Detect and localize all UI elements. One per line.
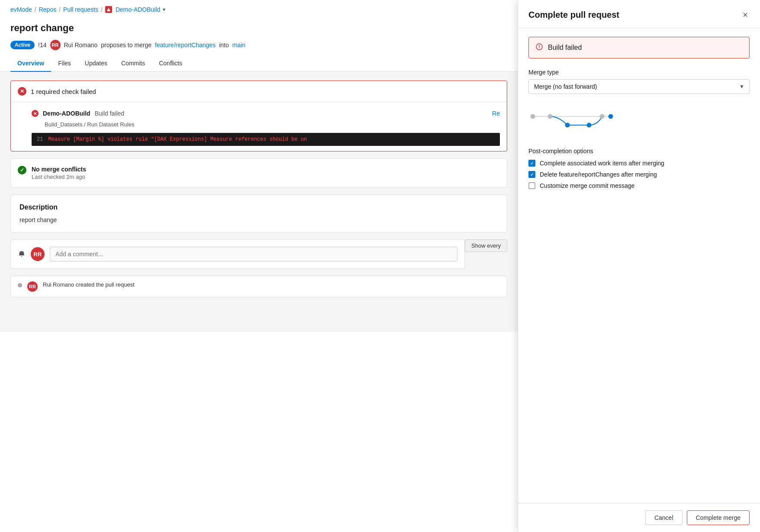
svg-point-8 xyxy=(565,123,570,127)
build-failed-label: Build failed xyxy=(548,44,582,52)
x-circle-icon: ✕ xyxy=(18,87,26,96)
no-conflicts-title: No merge conflicts xyxy=(32,166,86,173)
build-re-link[interactable]: Re xyxy=(492,110,500,117)
activity-row: RR Rui Romano created the pull request xyxy=(10,276,507,297)
svg-point-7 xyxy=(609,114,613,119)
comment-area: RR xyxy=(10,239,465,269)
modal-body: Build failed Merge type Merge (no fast f… xyxy=(518,28,760,503)
activity-text: Rui Romano created the pull request xyxy=(43,281,135,288)
merge-diagram xyxy=(528,104,750,137)
breadcrumb-chevron-icon: ▾ xyxy=(163,6,165,13)
svg-point-2 xyxy=(539,48,540,48)
modal-header: Complete pull request × xyxy=(518,0,760,28)
target-branch-link[interactable]: main xyxy=(232,42,245,48)
breadcrumb-sep-1: / xyxy=(35,6,36,13)
breadcrumb-adouild[interactable]: Demo-ADOBuild xyxy=(116,6,160,13)
svg-point-6 xyxy=(600,114,604,119)
checkbox-check-1: ✓ xyxy=(530,172,534,177)
checkbox-check-0: ✓ xyxy=(530,161,534,166)
tab-commits[interactable]: Commits xyxy=(114,55,152,72)
delete-branch-label: Delete feature/reportChanges after mergi… xyxy=(540,171,657,178)
pr-meta: Active !14 RR Rui Romano proposes to mer… xyxy=(0,37,518,55)
breadcrumb-repos[interactable]: Repos xyxy=(39,6,56,13)
activity-dot xyxy=(18,283,22,287)
repo-icon xyxy=(105,6,112,13)
description-text: report change xyxy=(19,216,498,223)
pr-into: into xyxy=(219,42,229,48)
build-name: Demo-ADOBuild xyxy=(43,110,90,117)
build-sub-label: Build_Datasets / Run Dataset Rules xyxy=(32,120,500,131)
build-x-icon: ✕ xyxy=(32,110,39,117)
svg-point-5 xyxy=(548,114,552,119)
page-title: report change xyxy=(0,19,518,37)
code-line-num: 21 xyxy=(37,136,43,142)
no-conflicts-box: ✓ No merge conflicts Last checked 2m ago xyxy=(10,158,507,187)
cancel-button[interactable]: Cancel xyxy=(645,510,683,525)
build-failed-icon xyxy=(536,43,543,52)
modal-title: Complete pull request xyxy=(528,10,619,20)
complete-merge-button[interactable]: Complete merge xyxy=(687,510,750,525)
modal-footer: Cancel Complete merge xyxy=(518,503,760,532)
build-detail: ✕ Demo-ADOBuild Build failed Re Build_Da… xyxy=(11,102,507,146)
tab-bar: Overview Files Updates Commits Conflicts xyxy=(0,55,518,72)
pr-proposes: proposes to merge xyxy=(101,42,151,48)
merge-type-label: Merge type xyxy=(528,69,750,76)
checkbox-row-0: ✓ Complete associated work items after m… xyxy=(528,160,750,167)
customize-commit-label: Customize merge commit message xyxy=(540,182,634,189)
author-avatar: RR xyxy=(50,40,61,50)
build-status-text: Build failed xyxy=(95,110,125,117)
post-completion: Post-completion options ✓ Complete assoc… xyxy=(528,148,750,189)
comment-author-avatar: RR xyxy=(31,247,45,261)
checkbox-row-2: Customize merge commit message xyxy=(528,182,750,189)
status-badge: Active xyxy=(10,41,35,49)
customize-commit-checkbox[interactable] xyxy=(528,182,535,189)
no-conflicts-subtitle: Last checked 2m ago xyxy=(32,174,86,180)
left-panel: evMode / Repos / Pull requests / Demo-AD… xyxy=(0,0,518,532)
build-row: ✕ Demo-ADOBuild Build failed Re xyxy=(32,106,500,120)
comment-input[interactable] xyxy=(50,247,457,261)
build-failed-alert: Build failed xyxy=(528,37,750,58)
breadcrumb: evMode / Repos / Pull requests / Demo-AD… xyxy=(0,0,518,19)
merge-type-select[interactable]: Merge (no fast forward) Squash commit Re… xyxy=(528,79,750,94)
notification-icon xyxy=(18,250,26,258)
check-failed-title: 1 required check failed xyxy=(31,88,96,95)
main-content: ✕ 1 required check failed ✕ Demo-ADOBuil… xyxy=(0,72,518,332)
breadcrumb-sep-2: / xyxy=(59,6,61,13)
description-section: Description report change xyxy=(10,194,507,232)
post-completion-title: Post-completion options xyxy=(528,148,750,155)
tab-updates[interactable]: Updates xyxy=(78,55,114,72)
source-branch-link[interactable]: feature/reportChanges xyxy=(155,42,216,48)
code-error-block: 21Measure [Margin %] violates rule "[DAX… xyxy=(32,133,500,146)
pr-author: Rui Romano xyxy=(64,42,98,48)
complete-work-items-checkbox[interactable]: ✓ xyxy=(528,160,535,167)
description-heading: Description xyxy=(19,203,498,211)
no-conflicts-info: No merge conflicts Last checked 2m ago xyxy=(32,166,86,180)
check-failed-box: ✕ 1 required check failed ✕ Demo-ADOBuil… xyxy=(10,81,507,152)
merge-type-select-wrapper: Merge (no fast forward) Squash commit Re… xyxy=(528,79,750,94)
tab-files[interactable]: Files xyxy=(51,55,78,72)
delete-branch-checkbox[interactable]: ✓ xyxy=(528,171,535,178)
tab-conflicts[interactable]: Conflicts xyxy=(152,55,189,72)
check-failed-header: ✕ 1 required check failed xyxy=(11,81,507,102)
breadcrumb-pullrequests[interactable]: Pull requests xyxy=(63,6,98,13)
complete-pr-modal: Complete pull request × Build failed Mer… xyxy=(518,0,760,532)
breadcrumb-sep-3: / xyxy=(101,6,103,13)
code-error-text: Measure [Margin %] violates rule "[DAX E… xyxy=(48,136,307,142)
checkbox-row-1: ✓ Delete feature/reportChanges after mer… xyxy=(528,171,750,178)
close-button[interactable]: × xyxy=(741,9,750,21)
svg-point-4 xyxy=(531,114,535,119)
show-every-button[interactable]: Show every xyxy=(465,239,507,252)
tab-overview[interactable]: Overview xyxy=(10,55,51,72)
activity-avatar: RR xyxy=(27,281,38,292)
svg-marker-0 xyxy=(107,8,110,11)
pr-number: !14 xyxy=(38,42,46,48)
breadcrumb-evmode[interactable]: evMode xyxy=(10,6,32,13)
complete-work-items-label: Complete associated work items after mer… xyxy=(540,160,664,167)
svg-point-9 xyxy=(587,123,591,127)
check-circle-icon: ✓ xyxy=(18,166,26,174)
